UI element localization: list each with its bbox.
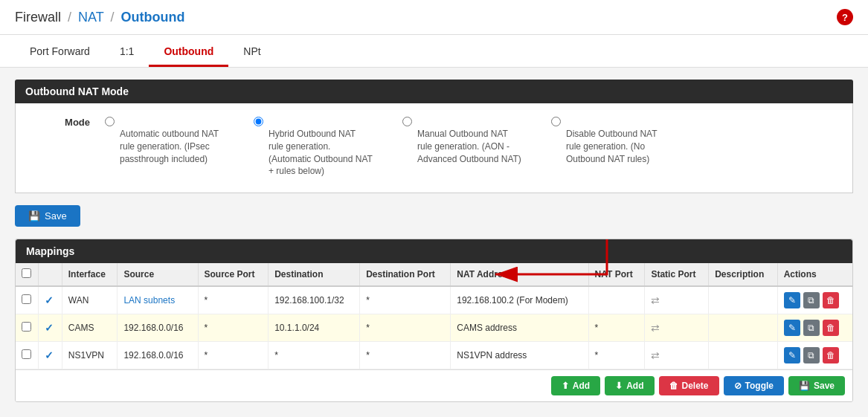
add-down-icon: ⬇ [615, 381, 623, 391]
row2-delete-button[interactable]: 🗑 [823, 320, 839, 336]
mappings-section: Mappings Interface [15, 239, 853, 402]
breadcrumb-sep1: / [68, 10, 71, 25]
add-up-icon: ⬆ [562, 381, 569, 391]
row2-edit-button[interactable]: ✎ [784, 320, 800, 336]
col-nat-address: NAT Address [451, 263, 588, 286]
tabs-nav: Port Forward 1:1 Outbound NPt [0, 35, 868, 68]
row1-interface: WAN [62, 286, 118, 314]
row1-nat-port [588, 286, 645, 314]
row2-destination-port: * [360, 314, 451, 342]
row2-nat-address: CAMS address [451, 314, 588, 342]
row1-checkbox[interactable] [22, 294, 31, 304]
row2-actions: ✎ ⧉ 🗑 [777, 314, 852, 342]
table-row: ✓ NS1VPN 192.168.0.0/16 * * * NS1VPN add… [16, 342, 852, 369]
mode-disable: Disable Outbound NAT rule generation. (N… [551, 115, 670, 178]
row1-source-port: * [198, 286, 269, 314]
row3-source-port: * [198, 342, 269, 369]
save-bottom-icon: 💾 [799, 381, 810, 391]
save-bottom-button[interactable]: 💾 Save [788, 376, 845, 395]
mode-disable-desc: Disable Outbound NAT rule generation. (N… [551, 128, 670, 165]
col-checkbox [16, 263, 38, 286]
mode-row: Mode Automatic outbound NAT rule generat… [30, 115, 838, 178]
nat-mode-panel: Mode Automatic outbound NAT rule generat… [15, 103, 853, 193]
tab-one-to-one[interactable]: 1:1 [105, 35, 149, 67]
mode-automatic-radio[interactable] [105, 117, 115, 126]
breadcrumb: Firewall / NAT / Outbound [15, 10, 184, 25]
add-down-button[interactable]: ⬇ Add [605, 376, 654, 395]
row3-action-icons: ✎ ⧉ 🗑 [784, 347, 846, 363]
row2-copy-button[interactable]: ⧉ [803, 320, 820, 336]
mode-manual-label[interactable] [402, 115, 412, 126]
row1-description [709, 286, 777, 314]
row2-check-icon: ✓ [45, 322, 54, 334]
col-enabled [38, 263, 62, 286]
row2-static-port: ⇄ [645, 314, 709, 342]
mode-options: Automatic outbound NAT rule generation. … [105, 115, 670, 178]
add-up-button[interactable]: ⬆ Add [551, 376, 600, 395]
row1-nat-address: 192.168.100.2 (For Modem) [451, 286, 588, 314]
mode-hybrid-radio[interactable] [254, 117, 263, 126]
row3-check-icon: ✓ [45, 349, 54, 361]
row3-checkbox[interactable] [22, 349, 31, 359]
help-icon[interactable]: ? [837, 9, 853, 25]
row2-checkbox[interactable] [22, 322, 31, 332]
row3-destination: * [269, 342, 360, 369]
col-destination: Destination [269, 263, 360, 286]
mode-label: Mode [30, 115, 105, 128]
mode-disable-radio[interactable] [551, 117, 561, 126]
row1-edit-button[interactable]: ✎ [784, 292, 800, 308]
toggle-button[interactable]: ⊘ Toggle [724, 376, 784, 395]
mode-automatic: Automatic outbound NAT rule generation. … [105, 115, 224, 178]
row3-interface: NS1VPN [62, 342, 118, 369]
tab-outbound[interactable]: Outbound [149, 35, 228, 67]
select-all-checkbox[interactable] [22, 268, 31, 278]
row3-delete-button[interactable]: 🗑 [823, 347, 839, 363]
row1-copy-button[interactable]: ⧉ [803, 292, 820, 308]
mode-hybrid-desc: Hybrid Outbound NAT rule generation. (Au… [254, 128, 373, 178]
mode-manual: Manual Outbound NAT rule generation. (AO… [402, 115, 521, 178]
toggle-label: Toggle [745, 381, 774, 391]
col-source-port: Source Port [198, 263, 269, 286]
table-row: ✓ WAN LAN subnets * 192.168.100.1/32 * 1… [16, 286, 852, 314]
mode-disable-label[interactable] [551, 115, 561, 126]
mode-hybrid-label[interactable] [254, 115, 263, 126]
save-icon: 💾 [28, 210, 40, 222]
tab-npt[interactable]: NPt [228, 35, 275, 67]
col-nat-port: NAT Port [588, 263, 645, 286]
tab-port-forward[interactable]: Port Forward [15, 35, 105, 67]
mode-hybrid: Hybrid Outbound NAT rule generation. (Au… [254, 115, 373, 178]
row2-destination: 10.1.1.0/24 [269, 314, 360, 342]
breadcrumb-sep2: / [110, 10, 114, 25]
row3-description [709, 342, 777, 369]
row1-source-link[interactable]: LAN subnets [123, 295, 175, 306]
mappings-title: Mappings [16, 239, 852, 263]
col-source: Source [118, 263, 198, 286]
save-button[interactable]: 💾 Save [15, 205, 80, 227]
row2-shuffle-icon: ⇄ [651, 322, 660, 334]
row1-check-icon: ✓ [45, 294, 54, 306]
row3-destination-port: * [360, 342, 451, 369]
row2-description [709, 314, 777, 342]
delete-label: Delete [682, 381, 709, 391]
row2-source-port: * [198, 314, 269, 342]
mode-automatic-label[interactable] [105, 115, 115, 126]
row3-nat-port: * [588, 342, 645, 369]
row2-checkbox-cell [16, 314, 38, 342]
row3-actions: ✎ ⧉ 🗑 [777, 342, 852, 369]
delete-button[interactable]: 🗑 Delete [659, 376, 719, 395]
row1-enabled: ✓ [38, 286, 62, 314]
row3-shuffle-icon: ⇄ [651, 349, 660, 361]
breadcrumb-nat[interactable]: NAT [78, 10, 103, 25]
row3-copy-button[interactable]: ⧉ [803, 347, 820, 363]
row2-interface: CAMS [62, 314, 118, 342]
nat-mode-section: Outbound NAT Mode Mode Automatic outboun… [15, 80, 853, 193]
row1-delete-button[interactable]: 🗑 [823, 292, 839, 308]
mode-manual-radio[interactable] [402, 117, 412, 126]
save-bottom-label: Save [814, 381, 835, 391]
row3-edit-button[interactable]: ✎ [784, 347, 800, 363]
save-area: 💾 Save [15, 205, 853, 227]
row1-destination-port: * [360, 286, 451, 314]
row1-static-port: ⇄ [645, 286, 709, 314]
row3-nat-address: NS1VPN address [451, 342, 588, 369]
row1-action-icons: ✎ ⧉ 🗑 [784, 292, 846, 308]
